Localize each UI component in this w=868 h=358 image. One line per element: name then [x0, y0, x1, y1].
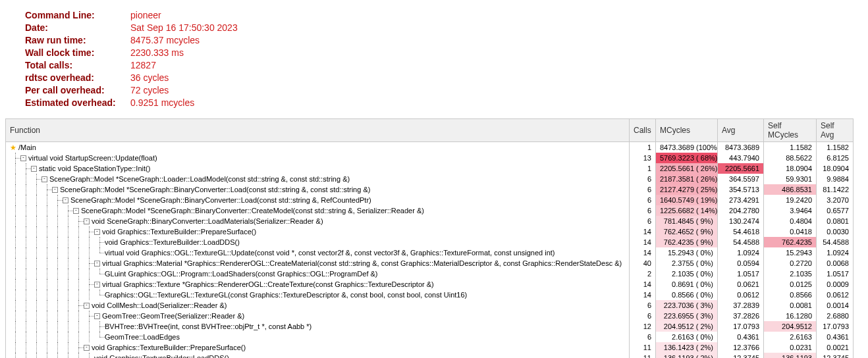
cell-avg: 37.2826: [718, 311, 764, 321]
tree-toggle-icon[interactable]: [52, 187, 58, 193]
cell-function[interactable]: SceneGraph::Model *SceneGraph::BinaryCon…: [6, 195, 630, 205]
table-row[interactable]: static void SpaceStationType::Init()1220…: [6, 163, 854, 174]
function-name: virtual void Graphics::OGL::TextureGL::U…: [105, 249, 555, 257]
cell-function[interactable]: void Graphics::TextureBuilder::PrepareSu…: [6, 226, 630, 237]
cell-self-avg: 0.6577: [817, 205, 854, 216]
cell-function[interactable]: void Graphics::TextureBuilder::LoadDDS(): [6, 353, 630, 358]
cell-self-avg: 6.8125: [817, 153, 854, 163]
cell-self-avg: 0.4361: [817, 332, 854, 342]
cell-function[interactable]: SceneGraph::Model *SceneGraph::BinaryCon…: [6, 205, 630, 216]
cell-self-mcycles: 204.9512: [764, 321, 817, 332]
table-row[interactable]: ★/Main18473.3689 (100%)8473.36891.15821.…: [6, 142, 854, 153]
header-row: Estimated overhead:0.9251 mcycles: [25, 97, 848, 109]
cell-function[interactable]: virtual Graphics::Material *Graphics::Re…: [6, 258, 630, 268]
col-avg[interactable]: Avg: [718, 119, 764, 142]
table-row[interactable]: GLuint Graphics::OGL::Program::LoadShade…: [6, 268, 854, 279]
col-calls[interactable]: Calls: [630, 119, 656, 142]
function-name: void SceneGraph::BinaryConverter::LoadMa…: [92, 217, 323, 225]
cell-function[interactable]: BVHTree::BVHTree(int, const BVHTree::obj…: [6, 321, 630, 332]
header-value: 72 cycles: [130, 84, 169, 97]
cell-function[interactable]: virtual void Graphics::OGL::TextureGL::U…: [6, 247, 630, 258]
cell-calls: 6: [630, 300, 656, 311]
cell-self-mcycles: 1.1582: [764, 142, 817, 153]
cell-function[interactable]: void Graphics::TextureBuilder::PrepareSu…: [6, 342, 630, 353]
tree-toggle-icon[interactable]: [84, 345, 90, 351]
table-row[interactable]: SceneGraph::Model *SceneGraph::BinaryCon…: [6, 195, 854, 205]
cell-self-avg: 12.3745: [817, 353, 854, 358]
cell-avg: 354.5713: [718, 184, 764, 195]
table-row[interactable]: GeomTree::GeomTree(Serializer::Reader &)…: [6, 311, 854, 321]
cell-self-avg: 1.1582: [817, 142, 854, 153]
cell-self-mcycles: 0.4804: [764, 216, 817, 226]
tree-toggle-icon[interactable]: [41, 176, 47, 182]
cell-self-mcycles: 2.6163: [764, 332, 817, 342]
table-row[interactable]: virtual void StartupScreen::Update(float…: [6, 153, 854, 163]
cell-self-mcycles: 18.0904: [764, 163, 817, 174]
cell-function[interactable]: GeomTree::GeomTree(Serializer::Reader &): [6, 311, 630, 321]
header-label: Total calls:: [25, 59, 130, 72]
table-row[interactable]: void Graphics::TextureBuilder::PrepareSu…: [6, 226, 854, 237]
tree-toggle-icon[interactable]: [73, 208, 79, 214]
cell-function[interactable]: void SceneGraph::BinaryConverter::LoadMa…: [6, 216, 630, 226]
cell-calls: 6: [630, 174, 656, 184]
cell-calls: 12: [630, 321, 656, 332]
tree-toggle-icon[interactable]: [94, 229, 100, 235]
table-row[interactable]: BVHTree::BVHTree(int, const BVHTree::obj…: [6, 321, 854, 332]
table-row[interactable]: Graphics::OGL::TextureGL::TextureGL(cons…: [6, 290, 854, 300]
table-row[interactable]: SceneGraph::Model *SceneGraph::BinaryCon…: [6, 184, 854, 195]
tree-toggle-icon[interactable]: [94, 313, 100, 319]
table-row[interactable]: GeomTree::LoadEdges62.6163 ( 0%)0.43612.…: [6, 332, 854, 342]
table-row[interactable]: void Graphics::TextureBuilder::LoadDDS()…: [6, 353, 854, 358]
function-name: /Main: [18, 143, 36, 151]
table-row[interactable]: virtual void Graphics::OGL::TextureGL::U…: [6, 247, 854, 258]
tree-toggle-icon[interactable]: [84, 218, 90, 224]
table-row[interactable]: virtual Graphics::Texture *Graphics::Ren…: [6, 279, 854, 290]
cell-function[interactable]: virtual void StartupScreen::Update(float…: [6, 153, 630, 163]
tree-toggle-icon[interactable]: [94, 261, 100, 267]
cell-self-mcycles: 762.4235: [764, 237, 817, 247]
cell-function[interactable]: Graphics::OGL::TextureGL::TextureGL(cons…: [6, 290, 630, 300]
tree-toggle-icon[interactable]: [63, 197, 68, 203]
col-self-mcycles[interactable]: Self MCycles: [764, 119, 817, 142]
col-mcycles[interactable]: MCycles: [656, 119, 718, 142]
table-row[interactable]: void SceneGraph::BinaryConverter::LoadMa…: [6, 216, 854, 226]
cell-avg: 0.0594: [718, 258, 764, 268]
cell-mcycles: 2187.3581 ( 26%): [656, 174, 718, 184]
header-label: Estimated overhead:: [25, 97, 130, 109]
cell-function[interactable]: GeomTree::LoadEdges: [6, 332, 630, 342]
cell-function[interactable]: void Graphics::TextureBuilder::LoadDDS(): [6, 237, 630, 247]
cell-self-mcycles: 2.1035: [764, 268, 817, 279]
cell-avg: 273.4291: [718, 195, 764, 205]
table-row[interactable]: virtual Graphics::Material *Graphics::Re…: [6, 258, 854, 268]
cell-self-mcycles: 136.1193: [764, 353, 817, 358]
table-row[interactable]: SceneGraph::Model *SceneGraph::BinaryCon…: [6, 205, 854, 216]
table-row[interactable]: SceneGraph::Model *SceneGraph::Loader::L…: [6, 174, 854, 184]
cell-self-mcycles: 15.2943: [764, 247, 817, 258]
cell-function[interactable]: ★/Main: [6, 142, 630, 153]
table-row[interactable]: void Graphics::TextureBuilder::PrepareSu…: [6, 342, 854, 353]
col-function[interactable]: Function: [6, 119, 630, 142]
cell-calls: 6: [630, 332, 656, 342]
cell-avg: 17.0793: [718, 321, 764, 332]
cell-function[interactable]: void CollMesh::Load(Serializer::Reader &…: [6, 300, 630, 311]
function-name: virtual Graphics::Material *Graphics::Re…: [102, 259, 622, 267]
function-name: Graphics::OGL::TextureGL::TextureGL(cons…: [105, 291, 467, 299]
cell-function[interactable]: virtual Graphics::Texture *Graphics::Ren…: [6, 279, 630, 290]
cell-mcycles: 781.4845 ( 9%): [656, 216, 718, 226]
cell-self-avg: 3.2070: [817, 195, 854, 205]
cell-function[interactable]: static void SpaceStationType::Init(): [6, 163, 630, 174]
cell-calls: 11: [630, 342, 656, 353]
cell-function[interactable]: SceneGraph::Model *SceneGraph::Loader::L…: [6, 174, 630, 184]
table-row[interactable]: void CollMesh::Load(Serializer::Reader &…: [6, 300, 854, 311]
tree-toggle-icon[interactable]: [20, 155, 26, 161]
cell-function[interactable]: SceneGraph::Model *SceneGraph::BinaryCon…: [6, 184, 630, 195]
tree-toggle-icon[interactable]: [31, 166, 37, 172]
col-self-avg[interactable]: Self Avg: [817, 119, 854, 142]
tree-toggle-icon[interactable]: [84, 303, 90, 309]
header-label: Wall clock time:: [25, 47, 130, 59]
tree-toggle-icon[interactable]: [94, 282, 100, 288]
cell-function[interactable]: GLuint Graphics::OGL::Program::LoadShade…: [6, 268, 630, 279]
table-row[interactable]: void Graphics::TextureBuilder::LoadDDS()…: [6, 237, 854, 247]
function-name: void Graphics::TextureBuilder::PrepareSu…: [92, 344, 246, 351]
cell-self-avg: 1.0517: [817, 268, 854, 279]
